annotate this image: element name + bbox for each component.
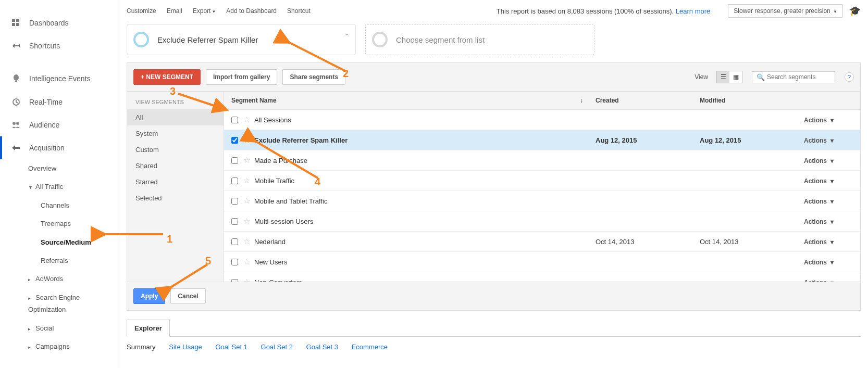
subnav-social[interactable]: ▸Social <box>0 319 119 337</box>
star-icon[interactable]: ☆ <box>243 156 250 165</box>
nav-acquisition[interactable]: Acquisition <box>0 136 119 159</box>
row-checkbox[interactable] <box>231 117 238 123</box>
nav-intelligence[interactable]: Intelligence Events <box>0 67 119 91</box>
actions-link[interactable]: Actions ▾ <box>804 117 834 124</box>
star-icon[interactable]: ☆ <box>243 196 250 206</box>
row-checkbox[interactable] <box>231 238 238 245</box>
table-row[interactable]: ☆Mobile and Tablet TrafficActions ▾ <box>224 191 860 211</box>
table-row[interactable]: ☆Non-ConvertersActions ▾ <box>224 272 860 282</box>
segment-panel: + NEW SEGMENT Import from gallery Share … <box>127 62 861 311</box>
row-checkbox[interactable] <box>231 157 238 164</box>
subtab-goal1[interactable]: Goal Set 1 <box>215 343 247 351</box>
col-name[interactable]: Segment Name <box>224 92 574 109</box>
modified-cell: Oct 14, 2013 <box>693 233 798 251</box>
add-segment-chip[interactable]: Choose segment from list <box>365 24 594 55</box>
nav-label: Acquisition <box>29 144 65 152</box>
nav-shortcuts[interactable]: Shortcuts <box>0 34 119 57</box>
actions-link[interactable]: Actions ▾ <box>804 137 834 144</box>
main: Customize Email Export▼ Add to Dashboard… <box>119 0 868 368</box>
modified-cell <box>693 216 798 226</box>
table-row[interactable]: ☆All SessionsActions ▾ <box>224 110 860 130</box>
row-checkbox[interactable] <box>231 137 238 144</box>
star-icon[interactable]: ☆ <box>243 176 250 185</box>
apply-button[interactable]: Apply <box>133 288 165 304</box>
star-icon[interactable]: ☆ <box>243 257 250 267</box>
star-icon[interactable]: ☆ <box>243 115 250 124</box>
search-segments[interactable]: 🔍 <box>752 71 835 83</box>
created-cell <box>589 196 693 206</box>
created-cell <box>589 155 693 166</box>
topbar-customize[interactable]: Customize <box>127 7 156 15</box>
star-icon[interactable]: ☆ <box>243 217 250 226</box>
actions-link[interactable]: Actions ▾ <box>804 259 834 266</box>
col-created[interactable]: Created <box>589 92 693 109</box>
segment-chip-label: Choose segment from list <box>396 35 485 44</box>
education-icon[interactable]: 🎓 <box>849 5 861 17</box>
row-checkbox[interactable] <box>231 218 238 225</box>
view-toggle[interactable]: ☰ ▦ <box>716 71 742 83</box>
subnav-seo[interactable]: ▸Search Engine Optimization <box>0 288 119 319</box>
subnav-channels[interactable]: Channels <box>0 196 119 214</box>
subnav-campaigns[interactable]: ▸Campaigns <box>0 337 119 356</box>
star-icon[interactable]: ☆ <box>243 277 250 282</box>
table-row[interactable]: ☆NederlandOct 14, 2013Oct 14, 2013Action… <box>224 232 860 252</box>
annotation-number-5: 5 <box>205 255 211 267</box>
nav-dashboards[interactable]: Dashboards <box>0 11 119 34</box>
grid-view-icon[interactable]: ▦ <box>729 71 742 83</box>
explorer-tab[interactable]: Explorer <box>127 320 170 337</box>
star-icon[interactable]: ☆ <box>243 237 250 246</box>
nav-label: Real-Time <box>29 98 63 106</box>
col-modified[interactable]: Modified <box>693 92 798 109</box>
nav-behavior[interactable]: Behavior <box>0 361 119 368</box>
topbar-add-dashboard[interactable]: Add to Dashboard <box>226 7 277 15</box>
row-checkbox[interactable] <box>231 198 238 205</box>
subnav-adwords[interactable]: ▸AdWords <box>0 270 119 288</box>
star-icon[interactable]: ★ <box>243 135 250 145</box>
filter-selected[interactable]: Selected <box>127 190 224 206</box>
import-gallery-button[interactable]: Import from gallery <box>206 69 277 85</box>
segment-chip-label: Exclude Referrer Spam Killer <box>157 35 258 44</box>
row-checkbox[interactable] <box>231 259 238 265</box>
modified-cell <box>693 257 798 267</box>
topbar-shortcut[interactable]: Shortcut <box>287 7 311 15</box>
svg-rect-2 <box>12 23 15 26</box>
precision-toggle[interactable]: Slower response, greater precision ▼ <box>728 4 843 18</box>
new-segment-button[interactable]: + NEW SEGMENT <box>133 69 201 85</box>
subtab-summary[interactable]: Summary <box>127 343 156 351</box>
actions-link[interactable]: Actions ▾ <box>804 218 834 225</box>
table-row[interactable]: ☆New UsersActions ▾ <box>224 252 860 272</box>
nav-audience[interactable]: Audience <box>0 113 119 136</box>
topbar-export[interactable]: Export▼ <box>193 7 216 15</box>
actions-link[interactable]: Actions ▾ <box>804 198 834 205</box>
created-cell <box>589 115 693 125</box>
topbar-email[interactable]: Email <box>167 7 182 15</box>
subtab-site-usage[interactable]: Site Usage <box>169 343 202 351</box>
row-checkbox[interactable] <box>231 177 238 184</box>
list-view-icon[interactable]: ☰ <box>717 71 729 83</box>
actions-link[interactable]: Actions ▾ <box>804 157 834 164</box>
subnav-referrals[interactable]: Referrals <box>0 251 119 270</box>
subnav-alltraffic[interactable]: ▼All Traffic <box>0 177 119 196</box>
filter-system[interactable]: System <box>127 125 224 142</box>
search-input[interactable] <box>767 73 830 81</box>
modified-cell <box>693 196 798 206</box>
actions-link[interactable]: Actions ▾ <box>804 238 834 246</box>
sort-icon[interactable]: ↓ <box>574 92 589 109</box>
subtab-goal2[interactable]: Goal Set 2 <box>261 343 293 351</box>
modified-cell: Aug 12, 2015 <box>693 131 798 149</box>
col-actions <box>798 92 860 109</box>
segment-name: Mobile and Tablet Traffic <box>254 197 327 205</box>
subtab-goal3[interactable]: Goal Set 3 <box>306 343 338 351</box>
nav-realtime[interactable]: Real-Time <box>0 91 119 113</box>
subtab-ecommerce[interactable]: Ecommerce <box>352 343 388 351</box>
subnav-overview[interactable]: Overview <box>0 159 119 177</box>
filter-starred[interactable]: Starred <box>127 174 224 190</box>
actions-link[interactable]: Actions ▾ <box>804 177 834 185</box>
filter-shared[interactable]: Shared <box>127 158 224 174</box>
help-icon[interactable]: ? <box>845 72 854 82</box>
learn-more-link[interactable]: Learn more <box>676 7 710 15</box>
filter-custom[interactable]: Custom <box>127 142 224 158</box>
table-row[interactable]: ☆Multi-session UsersActions ▾ <box>224 211 860 232</box>
svg-line-13 <box>288 42 346 71</box>
chevron-down-icon[interactable]: ⌄ <box>344 29 350 37</box>
